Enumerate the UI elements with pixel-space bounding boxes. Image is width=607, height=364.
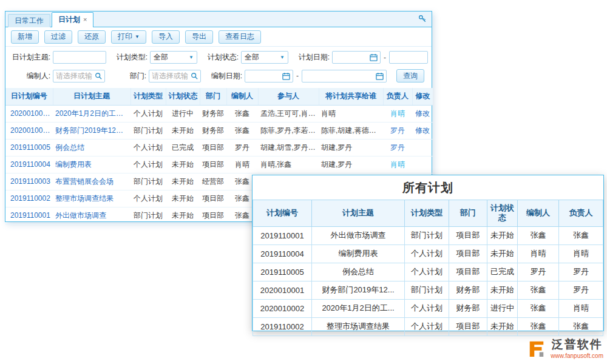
cell-link[interactable]: 2019110004: [5, 156, 53, 173]
filter-label: 计划类型:: [114, 52, 150, 62]
calendar-icon[interactable]: [375, 72, 386, 80]
cell: 2020年1月2日的工...: [312, 299, 405, 317]
make-date-from-input[interactable]: [245, 70, 293, 83]
chevron-down-icon: ▼: [280, 55, 285, 60]
cell: 肖晴: [383, 105, 412, 122]
column-header[interactable]: 编制人: [518, 200, 559, 227]
cell-link[interactable]: 布置营销展会会场: [53, 173, 131, 190]
creator-text-input[interactable]: [53, 72, 93, 80]
date-input[interactable]: [245, 72, 281, 80]
plan-date-from-input[interactable]: [332, 51, 381, 64]
subject-input[interactable]: [53, 51, 106, 64]
cell: 项目部: [200, 207, 226, 224]
column-header[interactable]: 编制人: [226, 88, 258, 105]
cell-link[interactable]: 编制费用表: [53, 156, 131, 173]
column-header[interactable]: 日计划主题: [53, 88, 131, 105]
cell-link[interactable]: 整理市场调查结果: [53, 190, 131, 207]
table-row[interactable]: 2020010001财务部门2019年12...部门计划财务部未开始张鑫罗丹: [253, 281, 603, 299]
key-icon[interactable]: [418, 15, 427, 25]
column-header[interactable]: 负责人: [559, 200, 603, 227]
cell: 未开始: [487, 244, 518, 263]
column-header[interactable]: 部门: [200, 88, 226, 105]
table-row[interactable]: 2019110004编制费用表个人计划项目部未开始肖晴肖晴: [253, 244, 603, 263]
dept-text-input[interactable]: [149, 72, 189, 80]
plan-type-select[interactable]: 全部 ▼: [150, 51, 197, 64]
cell-link[interactable]: 2019110001: [5, 207, 53, 224]
cell: 肖晴: [226, 156, 258, 173]
plan-date-to-input[interactable]: [389, 51, 428, 64]
cell: 胡建,罗丹: [319, 156, 383, 173]
chevron-down-icon: ▼: [189, 55, 194, 60]
cell: 张鑫: [559, 226, 603, 244]
column-header[interactable]: 计划状态: [166, 88, 200, 105]
export-button[interactable]: 导出: [185, 30, 213, 44]
table-body: 2019110001外出做市场调查部门计划项目部未开始张鑫张鑫201911000…: [253, 226, 603, 335]
column-header[interactable]: 部门: [449, 200, 487, 227]
column-header[interactable]: 将计划共享给谁: [319, 88, 383, 105]
select-value: 全部: [245, 52, 259, 62]
cell-link[interactable]: 2019110005: [5, 139, 53, 156]
query-button[interactable]: 查询: [396, 69, 424, 83]
cell-link[interactable]: 2020010002: [5, 105, 53, 122]
column-header[interactable]: 修改: [412, 88, 433, 105]
table-row[interactable]: 20200100022020年1月2日的工...个人计划财务部进行中张鑫肖晴: [253, 299, 603, 317]
table-row[interactable]: 2019110002整理市场调查结果个人计划项目部未开始张鑫张鑫: [253, 317, 603, 335]
cell-link[interactable]: 修改: [412, 122, 433, 139]
cell-link[interactable]: 2019110003: [5, 173, 53, 190]
cell: 例会总结: [312, 263, 405, 281]
column-header[interactable]: 负责人: [383, 88, 412, 105]
date-input[interactable]: [302, 72, 375, 80]
plan-status-select[interactable]: 全部 ▼: [241, 51, 288, 64]
add-button[interactable]: 新增: [11, 30, 39, 44]
filter-button[interactable]: 过滤: [44, 30, 72, 44]
column-header[interactable]: 计划类型: [405, 200, 449, 227]
tab-daily-work[interactable]: 日常工作: [8, 14, 50, 27]
search-icon[interactable]: [93, 72, 104, 79]
column-header[interactable]: 参与人: [258, 88, 319, 105]
brand-name: 泛普软件: [552, 339, 603, 351]
dept-input[interactable]: [149, 70, 201, 83]
toolbar: 新增 过滤 还原 打印 ▼ 导入 导出 查看日志: [5, 27, 432, 47]
cell-link[interactable]: 修改: [412, 105, 433, 122]
import-button[interactable]: 导入: [152, 30, 180, 44]
cell: 个人计划: [131, 190, 166, 207]
cell-link[interactable]: 2020010001: [5, 122, 53, 139]
column-header[interactable]: 计划状态: [487, 200, 518, 227]
date-input[interactable]: [390, 53, 427, 62]
filter-row-1: 日计划主题: 计划类型: 全部 ▼ 计划状态: 全部 ▼ 计划日期:: [9, 51, 428, 64]
print-button[interactable]: 打印 ▼: [111, 30, 146, 44]
cell: 肖晴: [518, 244, 559, 263]
search-icon[interactable]: [189, 72, 200, 79]
cell-link[interactable]: 2019110002: [5, 190, 53, 207]
column-header[interactable]: 计划编号: [253, 200, 312, 227]
calendar-icon[interactable]: [368, 53, 380, 61]
table-row[interactable]: 2019110005例会总结个人计划项目部已完成罗丹罗丹: [253, 263, 603, 281]
cell: 项目部: [200, 190, 226, 207]
date-input[interactable]: [333, 53, 368, 62]
column-header[interactable]: 计划类型: [131, 88, 166, 105]
cell: 罗丹: [559, 281, 603, 299]
table-row[interactable]: 20200100022020年1月2日的工作日...个人计划进行中财务部张鑫孟浩…: [5, 105, 433, 122]
make-date-to-input[interactable]: [302, 70, 387, 83]
table-row[interactable]: 2019110001外出做市场调查部门计划项目部未开始张鑫张鑫: [253, 226, 603, 244]
table-row[interactable]: 2019110005例会总结个人计划已完成项目部罗丹胡建,胡雪,罗丹,任晓...…: [5, 139, 433, 156]
cell: 胡建,胡雪,罗丹,任晓...: [258, 139, 319, 156]
view-log-button[interactable]: 查看日志: [219, 30, 261, 44]
creator-input[interactable]: [53, 70, 105, 83]
cell: 张鑫: [518, 299, 559, 317]
column-header[interactable]: 计划主题: [312, 200, 405, 227]
cell-link[interactable]: 财务部门2019年12月的...: [53, 122, 131, 139]
cell-link[interactable]: 2020年1月2日的工作日...: [53, 105, 131, 122]
column-header[interactable]: 日计划编号: [5, 88, 53, 105]
cell: 张鑫: [226, 105, 258, 122]
cell-link[interactable]: 例会总结: [53, 139, 131, 156]
cell-link[interactable]: 外出做市场调查: [53, 207, 131, 224]
table-row[interactable]: 2020010001财务部门2019年12月的...部门计划未开始财务部张鑫陈菲…: [5, 122, 433, 139]
restore-button[interactable]: 还原: [78, 30, 106, 44]
table-row[interactable]: 2019110004编制费用表个人计划未开始项目部肖晴肖晴,张鑫胡建,罗丹肖晴: [5, 156, 433, 173]
calendar-icon[interactable]: [281, 72, 293, 80]
close-icon[interactable]: ×: [83, 16, 87, 23]
brand-url: www.fanpusoft.com: [551, 352, 603, 359]
cell: 部门计划: [405, 281, 449, 299]
tab-daily-plan[interactable]: 日计划×: [52, 12, 93, 27]
